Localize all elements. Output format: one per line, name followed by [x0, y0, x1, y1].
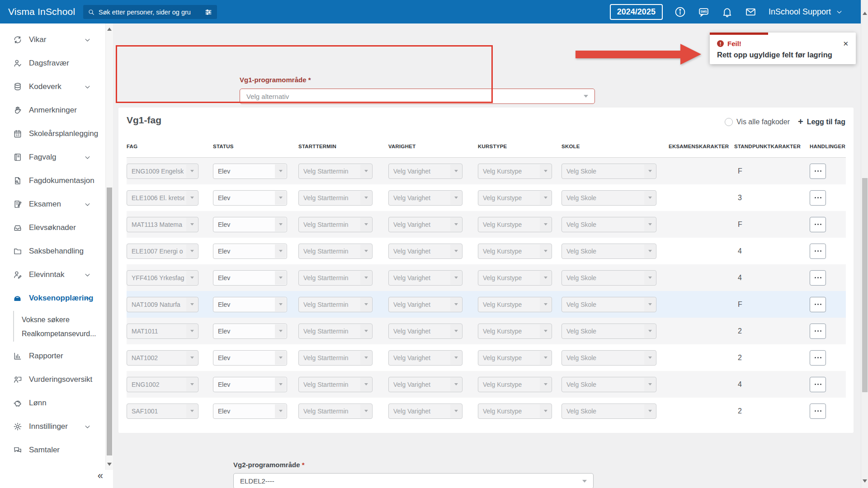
- scroll-down-icon[interactable]: [107, 463, 112, 466]
- varighet-select[interactable]: Velg Varighet: [388, 324, 462, 339]
- sidebar-item-anmerkninger[interactable]: Anmerkninger: [0, 99, 105, 122]
- mail-icon[interactable]: [745, 6, 757, 18]
- varighet-select[interactable]: Velg Varighet: [388, 404, 462, 419]
- add-fag-button[interactable]: + Legg til fag: [798, 117, 845, 127]
- kurstype-select[interactable]: Velg Kurstype: [478, 350, 552, 366]
- starttermin-select[interactable]: Velg Starttermin: [298, 190, 373, 206]
- varighet-select[interactable]: Velg Varighet: [388, 270, 462, 286]
- varighet-select[interactable]: Velg Varighet: [388, 350, 462, 366]
- starttermin-select[interactable]: Velg Starttermin: [298, 217, 373, 232]
- sidebar-item-voksenopplæring[interactable]: Voksenopplæring: [0, 286, 105, 310]
- skole-select[interactable]: Velg Skole: [561, 270, 656, 286]
- skole-select[interactable]: Velg Skole: [561, 190, 656, 206]
- status-select[interactable]: Elev: [213, 324, 287, 339]
- sidebar-subitem-voksne-søkere[interactable]: Voksne søkere: [22, 313, 105, 327]
- kurstype-select[interactable]: Velg Kurstype: [478, 404, 552, 419]
- skole-select[interactable]: Velg Skole: [561, 164, 656, 179]
- sidebar-scrollbar[interactable]: [105, 23, 113, 470]
- kurstype-select[interactable]: Velg Kurstype: [478, 164, 552, 179]
- app-logo[interactable]: Visma InSchool: [8, 6, 75, 17]
- status-select[interactable]: Elev: [213, 404, 287, 419]
- sidebar-item-elevinntak[interactable]: Elevinntak: [0, 263, 105, 286]
- sidebar-collapse-button[interactable]: «: [98, 470, 103, 482]
- sidebar-item-rapporter[interactable]: Rapporter: [0, 344, 105, 368]
- kurstype-select[interactable]: Velg Kurstype: [478, 297, 552, 312]
- fag-select[interactable]: YFF4106 Yrkesfag: [127, 270, 198, 286]
- sidebar-item-lønn[interactable]: Lønn: [0, 391, 105, 415]
- skole-select[interactable]: Velg Skole: [561, 217, 656, 232]
- kurstype-select[interactable]: Velg Kurstype: [478, 217, 552, 232]
- row-actions-button[interactable]: [810, 297, 826, 312]
- sidebar-item-elevsøknader[interactable]: Elevsøknader: [0, 216, 105, 239]
- starttermin-select[interactable]: Velg Starttermin: [298, 404, 373, 419]
- sidebar-item-skoleårsplanlegging[interactable]: Skoleårsplanlegging: [0, 122, 105, 145]
- fag-select[interactable]: ELE1006 El. kretse: [127, 190, 198, 206]
- status-select[interactable]: Elev: [213, 270, 287, 286]
- row-actions-button[interactable]: [810, 350, 826, 366]
- sidebar-item-vikar[interactable]: Vikar: [0, 28, 105, 52]
- sidebar-item-samtaler[interactable]: Samtaler: [0, 438, 105, 462]
- fag-select[interactable]: NAT1009 Naturfa: [127, 297, 198, 312]
- status-select[interactable]: Elev: [213, 350, 287, 366]
- starttermin-select[interactable]: Velg Starttermin: [298, 164, 373, 179]
- sidebar-item-eksamen[interactable]: Eksamen: [0, 192, 105, 216]
- kurstype-select[interactable]: Velg Kurstype: [478, 244, 552, 259]
- sms-icon[interactable]: SMS: [698, 6, 710, 18]
- close-icon[interactable]: ✕: [843, 40, 849, 47]
- starttermin-select[interactable]: Velg Starttermin: [298, 350, 373, 366]
- fag-select[interactable]: SAF1001: [127, 404, 198, 419]
- varighet-select[interactable]: Velg Varighet: [388, 297, 462, 312]
- fag-select[interactable]: NAT1002: [127, 350, 198, 366]
- fag-select[interactable]: MAT1113 Matema: [127, 217, 198, 232]
- info-icon[interactable]: [675, 6, 686, 18]
- vg2-program-select[interactable]: ELDEL2----: [233, 473, 594, 488]
- fag-select[interactable]: ENG1002: [127, 377, 198, 392]
- school-year-button[interactable]: 2024/2025: [610, 4, 663, 20]
- bell-icon[interactable]: [722, 6, 733, 18]
- status-select[interactable]: Elev: [213, 377, 287, 392]
- fag-select[interactable]: ENG1009 Engelsk: [127, 164, 198, 179]
- starttermin-select[interactable]: Velg Starttermin: [298, 377, 373, 392]
- varighet-select[interactable]: Velg Varighet: [388, 190, 462, 206]
- page-scroll-thumb[interactable]: [862, 178, 868, 392]
- kurstype-select[interactable]: Velg Kurstype: [478, 190, 552, 206]
- skole-select[interactable]: Velg Skole: [561, 244, 656, 259]
- varighet-select[interactable]: Velg Varighet: [388, 377, 462, 392]
- kurstype-select[interactable]: Velg Kurstype: [478, 324, 552, 339]
- status-select[interactable]: Elev: [213, 244, 287, 259]
- sidebar-item-vurderingsoversikt[interactable]: Vurderingsoversikt: [0, 368, 105, 391]
- varighet-select[interactable]: Velg Varighet: [388, 164, 462, 179]
- row-actions-button[interactable]: [810, 377, 826, 392]
- row-actions-button[interactable]: [810, 324, 826, 339]
- skole-select[interactable]: Velg Skole: [561, 297, 656, 312]
- show-all-fagkoder-toggle[interactable]: Vis alle fagkoder: [725, 118, 790, 126]
- status-select[interactable]: Elev: [213, 297, 287, 312]
- vg1-program-select[interactable]: Velg alternativ: [240, 89, 595, 104]
- starttermin-select[interactable]: Velg Starttermin: [298, 270, 373, 286]
- sidebar-item-innstillinger[interactable]: Innstillinger: [0, 415, 105, 438]
- sidebar-subitem-realkompetansevurd[interactable]: Realkompetansevurd...: [22, 327, 105, 341]
- row-actions-button[interactable]: [810, 190, 826, 206]
- starttermin-select[interactable]: Velg Starttermin: [298, 324, 373, 339]
- scroll-up-icon[interactable]: [863, 12, 867, 15]
- starttermin-select[interactable]: Velg Starttermin: [298, 297, 373, 312]
- skole-select[interactable]: Velg Skole: [561, 404, 656, 419]
- fag-select[interactable]: MAT1011: [127, 324, 198, 339]
- kurstype-select[interactable]: Velg Kurstype: [478, 270, 552, 286]
- sidebar-item-dagsfravær[interactable]: Dagsfravær: [0, 52, 105, 75]
- checkbox[interactable]: [725, 118, 733, 126]
- row-actions-button[interactable]: [810, 244, 826, 259]
- row-actions-button[interactable]: [810, 164, 826, 179]
- skole-select[interactable]: Velg Skole: [561, 350, 656, 366]
- scroll-up-icon[interactable]: [107, 28, 112, 31]
- sidebar-item-kodeverk[interactable]: Kodeverk: [0, 75, 105, 99]
- skole-select[interactable]: Velg Skole: [561, 324, 656, 339]
- starttermin-select[interactable]: Velg Starttermin: [298, 244, 373, 259]
- row-actions-button[interactable]: [810, 217, 826, 232]
- sidebar-item-fagdokumentasjon[interactable]: Fagdokumentasjon: [0, 169, 105, 192]
- varighet-select[interactable]: Velg Varighet: [388, 244, 462, 259]
- skole-select[interactable]: Velg Skole: [561, 377, 656, 392]
- sidebar-item-fagvalg[interactable]: Fagvalg: [0, 145, 105, 169]
- row-actions-button[interactable]: [810, 270, 826, 286]
- status-select[interactable]: Elev: [213, 164, 287, 179]
